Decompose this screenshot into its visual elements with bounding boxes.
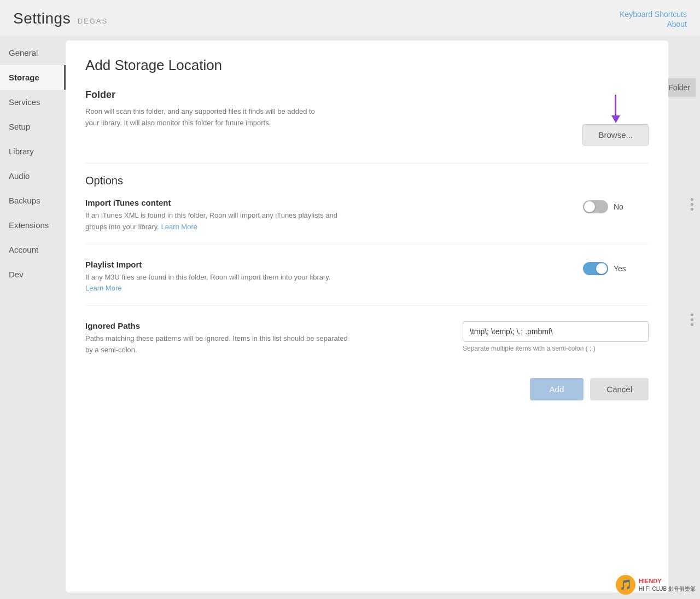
- sidebar-item-setup[interactable]: Setup: [0, 114, 66, 139]
- keyboard-shortcuts-link[interactable]: Keyboard Shortcuts: [620, 10, 687, 19]
- page-title: Add Storage Location: [85, 57, 649, 74]
- sidebar-item-storage[interactable]: Storage: [0, 65, 66, 90]
- cancel-button[interactable]: Cancel: [590, 378, 649, 400]
- folder-heading: Folder: [85, 89, 565, 101]
- playlist-learn-more-link[interactable]: Learn More: [85, 284, 121, 292]
- option-playlist-label: Playlist Import: [85, 260, 348, 269]
- action-buttons: Add Cancel: [85, 369, 649, 400]
- ignored-paths-hint: Separate multiple items with a semi-colo…: [463, 345, 649, 352]
- settings-subtitle: DEGAS: [78, 17, 108, 25]
- option-itunes-text: Import iTunes content If an iTunes XML i…: [85, 198, 348, 233]
- dot-1: [691, 198, 693, 201]
- ignored-paths-text: Ignored Paths Paths matching these patte…: [85, 321, 348, 356]
- sidebar-item-audio[interactable]: Audio: [0, 164, 66, 188]
- playlist-toggle-track: [583, 262, 608, 275]
- browse-container: Browse...: [582, 95, 649, 146]
- ignored-paths-label: Ignored Paths: [85, 321, 348, 330]
- header-links: Keyboard Shortcuts About: [620, 10, 687, 28]
- option-itunes-label: Import iTunes content: [85, 198, 348, 207]
- watermark-logo: 🎵: [616, 575, 635, 595]
- dot-6: [691, 323, 693, 326]
- add-button[interactable]: Add: [530, 378, 584, 400]
- sidebar-item-extensions[interactable]: Extensions: [0, 213, 66, 237]
- arrow-down-indicator: [615, 95, 616, 117]
- playlist-toggle-thumb: [596, 263, 607, 274]
- sidebar-item-general[interactable]: General: [0, 40, 66, 65]
- main-layout: General Storage Services Setup Library A…: [0, 36, 700, 597]
- itunes-toggle-track: [583, 200, 608, 213]
- option-playlist-text: Playlist Import If any M3U files are fou…: [85, 260, 348, 295]
- ignored-paths-input-wrap: Separate multiple items with a semi-colo…: [463, 321, 649, 352]
- option-playlist: Playlist Import If any M3U files are fou…: [85, 260, 649, 306]
- dot-5: [691, 318, 693, 321]
- sidebar-item-dev[interactable]: Dev: [0, 262, 66, 287]
- option-itunes: Import iTunes content If an iTunes XML i…: [85, 198, 649, 245]
- option-itunes-desc: If an iTunes XML is found in this folder…: [85, 210, 348, 233]
- dot-4: [691, 313, 693, 316]
- folder-text: Folder Roon will scan this folder, and a…: [85, 89, 565, 129]
- itunes-toggle-label: No: [614, 202, 623, 211]
- main-panel: Add Storage Location Folder Roon will sc…: [66, 40, 668, 592]
- sidebar-item-backups[interactable]: Backups: [0, 188, 66, 213]
- sidebar-item-services[interactable]: Services: [0, 90, 66, 114]
- settings-header: Settings DEGAS Keyboard Shortcuts About: [0, 0, 700, 36]
- right-panel: Folder: [668, 40, 696, 592]
- more-options-button-2[interactable]: [689, 311, 696, 328]
- settings-title: Settings: [13, 10, 71, 27]
- watermark: 🎵 HIENDY HI FI CLUB 影音俱樂部: [616, 575, 696, 595]
- playlist-toggle-label: Yes: [614, 264, 626, 273]
- about-link[interactable]: About: [620, 20, 687, 28]
- content-area: Add Storage Location Folder Roon will sc…: [66, 36, 700, 597]
- more-options-button[interactable]: [689, 196, 696, 213]
- folder-description: Roon will scan this folder, and any supp…: [85, 106, 326, 129]
- option-playlist-control: Yes: [583, 262, 649, 275]
- itunes-toggle-thumb: [584, 201, 595, 212]
- ignored-paths-section: Ignored Paths Paths matching these patte…: [85, 321, 649, 356]
- section-divider: [85, 163, 649, 164]
- folder-section: Folder Roon will scan this folder, and a…: [85, 89, 649, 146]
- sidebar-item-account[interactable]: Account: [0, 237, 66, 262]
- browse-button[interactable]: Browse...: [582, 124, 649, 146]
- dot-3: [691, 208, 693, 211]
- playlist-toggle[interactable]: [583, 262, 608, 275]
- ignored-paths-input[interactable]: [463, 321, 649, 342]
- option-playlist-desc: If any M3U files are found in this folde…: [85, 272, 348, 295]
- watermark-text: HIENDY HI FI CLUB 影音俱樂部: [639, 577, 696, 592]
- option-itunes-control: No: [583, 200, 649, 213]
- options-heading: Options: [85, 175, 649, 187]
- header-title-group: Settings DEGAS: [13, 10, 108, 27]
- dot-2: [691, 203, 693, 206]
- ignored-paths-desc: Paths matching these patterns will be ig…: [85, 333, 348, 356]
- sidebar: General Storage Services Setup Library A…: [0, 36, 66, 597]
- sidebar-item-library[interactable]: Library: [0, 139, 66, 164]
- itunes-learn-more-link[interactable]: Learn More: [161, 223, 197, 231]
- itunes-toggle[interactable]: [583, 200, 608, 213]
